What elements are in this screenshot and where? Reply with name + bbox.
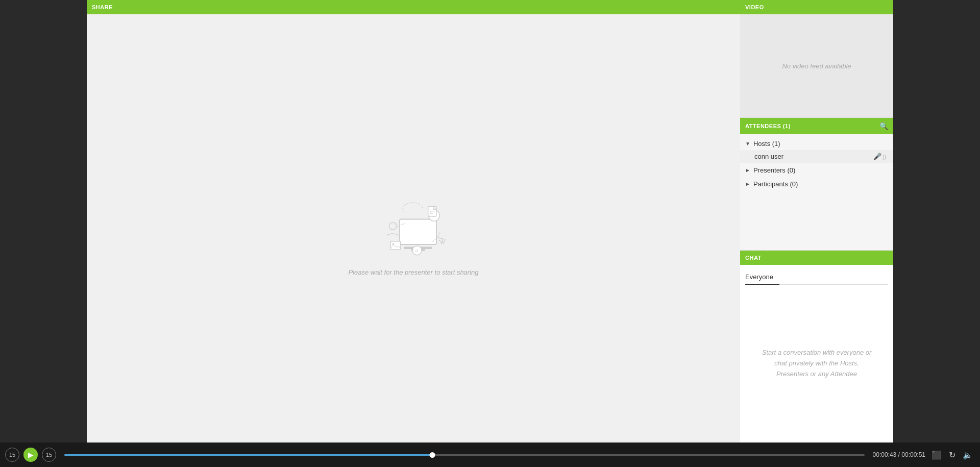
total-time: 00:00:51 — [901, 451, 925, 458]
progress-fill — [64, 454, 432, 456]
volume-icon[interactable]: 🔈 — [961, 448, 975, 462]
progress-bar[interactable] — [64, 454, 865, 456]
svg-point-8 — [393, 243, 395, 245]
attendees-header-label: ATTENDEES (1) — [745, 123, 791, 129]
svg-point-5 — [389, 223, 396, 230]
attendee-speaking-icon: 🎤 )) — [873, 153, 886, 160]
share-content: a Please wait for the presenter to start… — [87, 14, 740, 443]
svg-rect-6 — [428, 206, 436, 216]
hosts-group-label: Hosts (1) — [753, 140, 780, 148]
share-panel: SHARE — [87, 0, 740, 443]
sharing-illustration: a — [368, 181, 459, 262]
share-header: SHARE — [87, 0, 740, 14]
attendees-panel: ATTENDEES (1) 🔍 ▼ Hosts (1) conn user 🎤 … — [740, 117, 893, 250]
no-video-text: No video feed available — [782, 62, 851, 70]
attendees-content: ▼ Hosts (1) conn user 🎤 )) ► Presenters — [740, 134, 893, 250]
svg-rect-7 — [390, 241, 401, 250]
hosts-group: ▼ Hosts (1) conn user 🎤 )) — [740, 137, 893, 163]
current-time: 00:00:43 — [873, 451, 897, 458]
video-header: VIDEO — [740, 0, 893, 14]
hosts-group-header[interactable]: ▼ Hosts (1) — [740, 137, 893, 150]
participants-group-label: Participants (0) — [753, 180, 798, 188]
attendee-conn-user: conn user 🎤 )) — [740, 150, 893, 163]
progress-thumb — [430, 452, 435, 458]
chat-header-label: CHAT — [745, 255, 762, 261]
share-message: Please wait for the presenter to start s… — [348, 268, 478, 276]
screen-share-icon[interactable]: ⬛ — [929, 448, 944, 462]
toolbar-right-buttons: ⬛ ↻ 🔈 — [929, 448, 975, 462]
chat-panel: CHAT Everyone Start a conversation with … — [740, 250, 893, 443]
participants-group-header[interactable]: ► Participants (0) — [740, 178, 893, 190]
participants-group: ► Participants (0) — [740, 178, 893, 190]
chat-placeholder: Start a conversation with everyone or ch… — [745, 290, 888, 437]
presenters-chevron-icon: ► — [745, 167, 750, 173]
presenters-group: ► Presenters (0) — [740, 164, 893, 177]
time-separator: / — [898, 451, 900, 458]
skip-back-button[interactable]: 15 — [5, 448, 19, 462]
svg-text:a: a — [415, 248, 419, 253]
participants-chevron-icon: ► — [745, 181, 750, 187]
attendees-search-icon[interactable]: 🔍 — [879, 122, 889, 130]
hosts-chevron-icon: ▼ — [745, 141, 750, 146]
time-display: 00:00:43 / 00:00:51 — [873, 451, 925, 458]
right-panel: VIDEO No video feed available ATTENDEES … — [740, 0, 893, 443]
chat-content: Everyone Start a conversation with every… — [740, 265, 893, 443]
chat-placeholder-text: Start a conversation with everyone or ch… — [761, 348, 873, 379]
attendees-header: ATTENDEES (1) 🔍 — [740, 118, 893, 134]
bottom-toolbar: 15 ▶ 15 00:00:43 / 00:00:51 ⬛ ↻ 🔈 — [0, 443, 980, 467]
video-content: No video feed available — [740, 14, 893, 117]
skip-forward-button[interactable]: 15 — [42, 448, 56, 462]
video-header-label: VIDEO — [745, 4, 764, 10]
refresh-icon[interactable]: ↻ — [947, 448, 958, 462]
svg-rect-0 — [400, 219, 436, 245]
play-button[interactable]: ▶ — [23, 448, 38, 462]
progress-container[interactable] — [64, 454, 865, 456]
chat-header: CHAT — [740, 251, 893, 265]
video-panel: VIDEO No video feed available — [740, 0, 893, 117]
presenters-group-label: Presenters (0) — [753, 166, 795, 174]
presenters-group-header[interactable]: ► Presenters (0) — [740, 164, 893, 177]
tab-everyone[interactable]: Everyone — [745, 270, 779, 285]
attendee-name-conn-user: conn user — [754, 153, 783, 160]
chat-tabs: Everyone — [745, 270, 888, 285]
